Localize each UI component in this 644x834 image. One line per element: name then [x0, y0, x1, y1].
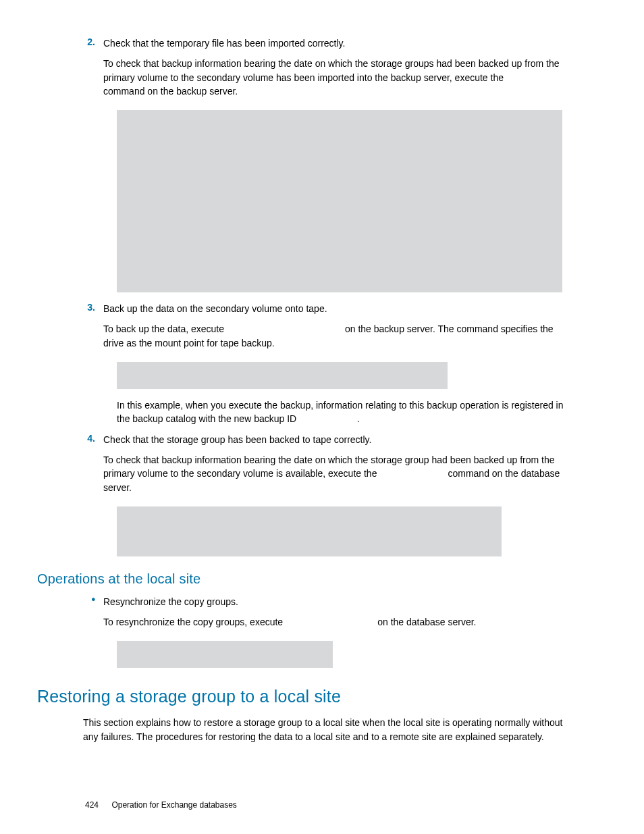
bullet-list: • Resynchronize the copy groups. To resy… — [83, 595, 578, 669]
code-block — [117, 506, 502, 556]
text-fragment: on the backup server. The command specif… — [345, 323, 554, 334]
list-item-body: Check that the storage group has been ba… — [103, 433, 578, 501]
list-item: 4. Check that the storage group has been… — [83, 433, 578, 501]
text-fragment: command on the backup server. — [103, 86, 238, 97]
text-fragment: drive as the mount point for tape backup… — [103, 338, 275, 348]
step-paragraph: To resynchronize the copy groups, execut… — [103, 615, 578, 629]
followup-paragraph: In this example, when you execute the ba… — [117, 398, 578, 426]
step-title: Back up the data on the secondary volume… — [103, 302, 578, 315]
step-title: Check that the temporary file has been i… — [103, 36, 578, 50]
text-fragment: To check that backup information bearing… — [103, 58, 560, 82]
list-item-body: Back up the data on the secondary volume… — [103, 302, 578, 357]
list-item: 3. Back up the data on the secondary vol… — [83, 302, 578, 357]
chapter-title: Operation for Exchange databases — [111, 800, 236, 810]
section-paragraph: This section explains how to restore a s… — [83, 716, 578, 744]
text-fragment: To resynchronize the copy groups, execut… — [103, 617, 283, 627]
step-paragraph: To check that backup information bearing… — [103, 453, 578, 494]
list-item: • Resynchronize the copy groups. To resy… — [83, 595, 578, 636]
step-title: Check that the storage group has been ba… — [103, 433, 578, 446]
list-marker: 4. — [83, 433, 103, 444]
text-fragment: To back up the data, execute — [103, 323, 224, 334]
list-item: 2. Check that the temporary file has bee… — [83, 36, 578, 105]
ordered-list: 2. Check that the temporary file has bee… — [83, 36, 578, 556]
step-title: Resynchronize the copy groups. — [103, 595, 578, 608]
page-footer: 424 Operation for Exchange databases — [85, 800, 237, 810]
text-fragment: on the database server. — [377, 617, 476, 627]
subsection-heading: Operations at the local site — [37, 571, 578, 587]
list-item-body: Resynchronize the copy groups. To resync… — [103, 595, 578, 636]
main-content: 2. Check that the temporary file has bee… — [70, 36, 578, 744]
code-block — [117, 641, 333, 668]
step-paragraph: To check that backup information bearing… — [103, 57, 578, 98]
list-marker: 3. — [83, 302, 103, 313]
section-heading: Restoring a storage group to a local sit… — [37, 687, 578, 706]
list-item-body: Check that the temporary file has been i… — [103, 36, 578, 105]
bullet-icon: • — [83, 595, 103, 604]
document-page: 2. Check that the temporary file has bee… — [0, 0, 644, 834]
text-fragment: . — [357, 413, 360, 424]
code-block — [117, 362, 448, 389]
list-marker: 2. — [83, 36, 103, 47]
step-paragraph: To back up the data, execute on the back… — [103, 322, 578, 350]
code-block — [117, 110, 562, 292]
page-number: 424 — [85, 800, 99, 810]
